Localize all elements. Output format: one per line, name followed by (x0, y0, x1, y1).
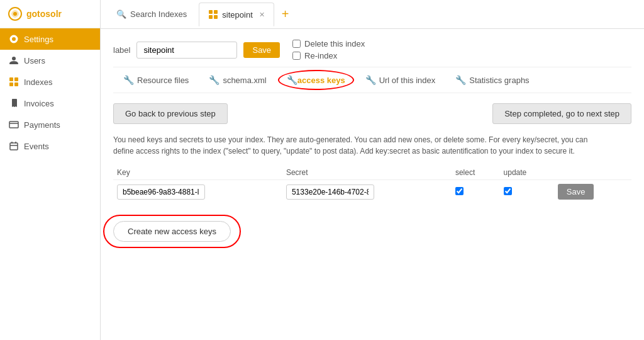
sidebar-item-settings-label: Settings (24, 35, 53, 44)
create-access-keys-button[interactable]: Create new access keys (113, 221, 231, 242)
tab-bar: 🔍 Search Indexes sitepoint ✕ + (101, 0, 644, 29)
svg-rect-6 (9, 122, 18, 128)
tab-close-icon[interactable]: ✕ (259, 11, 265, 19)
row-save-cell: Save (554, 180, 631, 204)
create-keys-wrapper: Create new access keys (113, 221, 231, 242)
sub-navigation: 🔧 Resource files 🔧 schema.xml 🔧 access k… (113, 67, 631, 93)
main-area: 🔍 Search Indexes sitepoint ✕ + label Sav… (101, 0, 644, 340)
sidebar-item-events[interactable]: Events (0, 135, 100, 157)
subnav-url-label: Url of this index (379, 76, 436, 85)
reindex-checkbox[interactable] (292, 52, 301, 60)
settings-icon (9, 34, 19, 44)
col-header-secret: Secret (282, 166, 452, 180)
logo-icon (8, 6, 23, 21)
sidebar-item-indexes-label: Indexes (24, 77, 53, 87)
svg-rect-4 (9, 82, 13, 86)
subnav-statistics[interactable]: 🔧 Statistics graphs (445, 71, 539, 89)
sidebar-item-payments-label: Payments (24, 120, 60, 130)
key-cell (113, 180, 282, 204)
sidebar-item-events-label: Events (24, 142, 49, 151)
search-icon: 🔍 (116, 9, 126, 19)
subnav-url-index[interactable]: 🔧 Url of this index (355, 71, 446, 89)
go-back-button[interactable]: Go back to previous step (113, 103, 228, 124)
svg-rect-9 (214, 10, 218, 14)
row-save-button[interactable]: Save (558, 184, 594, 200)
label-input[interactable] (136, 42, 237, 59)
secret-input[interactable] (286, 184, 374, 200)
sidebar-nav: Settings Users Indexes Invoices (0, 28, 100, 340)
events-icon (9, 141, 19, 151)
col-header-key: Key (113, 166, 282, 180)
index-options: Delete this index Re-index (292, 39, 365, 60)
sidebar-item-settings[interactable]: Settings (0, 28, 100, 50)
col-header-update: update (500, 166, 554, 180)
svg-rect-2 (9, 77, 13, 81)
payments-icon (9, 120, 19, 130)
subnav-access-keys[interactable]: 🔧 access keys (277, 71, 355, 89)
wrench-icon-url: 🔧 (365, 75, 376, 85)
subnav-resource-files[interactable]: 🔧 Resource files (113, 71, 199, 89)
sidebar-item-indexes[interactable]: Indexes (0, 71, 100, 93)
delete-index-checkbox-label[interactable]: Delete this index (292, 39, 365, 48)
app-name: gotosolr (26, 9, 62, 19)
table-row: Save (113, 180, 631, 204)
wrench-icon-stats: 🔧 (455, 75, 466, 85)
wrench-icon-access: 🔧 (287, 75, 297, 85)
svg-rect-11 (214, 15, 218, 19)
logo: gotosolr (0, 0, 100, 28)
sidebar: gotosolr Settings Users Indexes (0, 0, 101, 340)
col-header-select: select (452, 166, 500, 180)
svg-rect-10 (209, 15, 213, 19)
subnav-schema-xml[interactable]: 🔧 schema.xml (199, 71, 276, 89)
reindex-checkbox-label[interactable]: Re-index (292, 51, 365, 60)
save-button[interactable]: Save (243, 42, 280, 58)
grid-icon (208, 9, 218, 20)
sitepoint-tab-label: sitepoint (222, 10, 252, 20)
tab-sitepoint[interactable]: sitepoint ✕ (199, 3, 274, 26)
svg-point-1 (13, 12, 17, 16)
invoices-icon (9, 98, 19, 108)
select-cell (452, 180, 500, 204)
svg-rect-3 (14, 77, 18, 81)
add-tab-button[interactable]: + (277, 7, 294, 21)
update-cell (500, 180, 554, 204)
wrench-icon-resource: 🔧 (123, 75, 134, 85)
wrench-icon-schema: 🔧 (209, 75, 219, 85)
label-field-label: label (113, 45, 130, 55)
sidebar-item-users-label: Users (24, 56, 45, 65)
delete-index-label: Delete this index (304, 39, 365, 48)
reindex-label: Re-index (304, 51, 337, 60)
key-input[interactable] (117, 184, 205, 200)
update-checkbox[interactable] (504, 187, 512, 195)
access-keys-highlight: 🔧 access keys (287, 75, 345, 85)
search-indexes-tab-label: Search Indexes (130, 9, 187, 19)
svg-rect-8 (209, 10, 213, 14)
content-area: label Save Delete this index Re-index 🔧 … (101, 29, 644, 340)
sidebar-item-invoices[interactable]: Invoices (0, 93, 100, 114)
sidebar-item-invoices-label: Invoices (24, 99, 54, 108)
subnav-resource-label: Resource files (137, 76, 189, 85)
next-step-button[interactable]: Step completed, go to next step (492, 103, 631, 124)
select-checkbox[interactable] (455, 187, 464, 195)
indexes-icon (9, 77, 19, 87)
subnav-access-keys-label: access keys (297, 76, 345, 85)
description-text: You need keys and secrets to use your in… (113, 134, 591, 157)
tab-search-indexes[interactable]: 🔍 Search Indexes (107, 3, 196, 26)
subnav-schema-label: schema.xml (223, 76, 266, 85)
sidebar-item-users[interactable]: Users (0, 50, 100, 71)
keys-table: Key Secret select update (113, 166, 631, 203)
users-icon (9, 55, 19, 65)
label-form-row: label Save Delete this index Re-index (113, 39, 631, 60)
action-row: Go back to previous step Step completed,… (113, 103, 631, 124)
delete-index-checkbox[interactable] (292, 40, 301, 48)
sidebar-item-payments[interactable]: Payments (0, 114, 100, 135)
secret-cell (282, 180, 452, 204)
svg-rect-7 (10, 143, 18, 150)
subnav-statistics-label: Statistics graphs (469, 76, 529, 85)
svg-rect-5 (14, 82, 18, 86)
